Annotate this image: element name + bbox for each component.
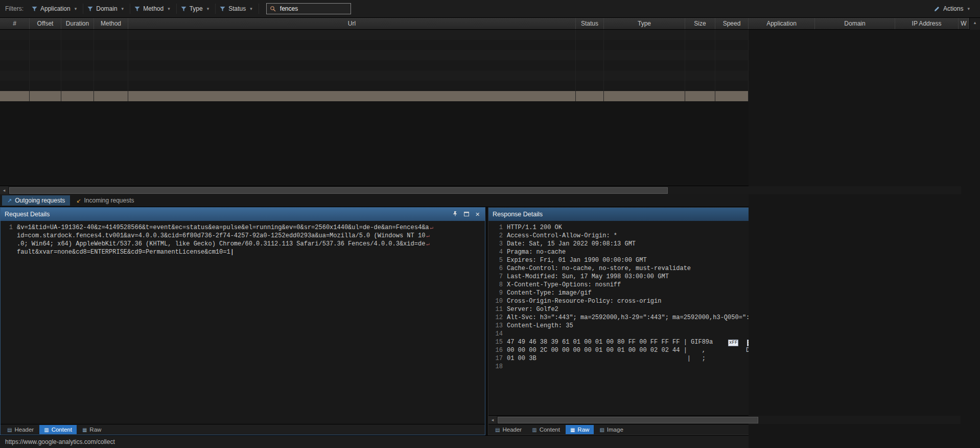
chevron-down-icon: ▾ (122, 6, 124, 11)
tab-label: Raw (577, 427, 589, 433)
scroll-up-icon[interactable]: ▴ (974, 20, 976, 25)
response-text-segment: 47 49 46 38 39 61 01 00 01 00 80 FF 00 F… (507, 339, 728, 346)
raw-tab-icon: ▦ (82, 427, 87, 433)
request-tab-content[interactable]: ▥Content (39, 425, 77, 434)
table-header-row: #OffsetDurationMethodUrlStatusTypeSizeSp… (0, 18, 969, 30)
request-tab-raw[interactable]: ▦Raw (78, 425, 106, 434)
header-tab-icon: ▤ (495, 427, 500, 433)
response-tab-header[interactable]: ▤Header (491, 425, 526, 434)
column-header-w[interactable]: W (959, 18, 969, 29)
actions-button[interactable]: Actions ▾ (929, 4, 975, 14)
column-header-duration[interactable]: Duration (61, 18, 94, 29)
table-row[interactable]: 27348,3940,112GEThttps://www.stardock.co… (0, 50, 969, 60)
filter-method[interactable]: Method▾ (130, 4, 177, 14)
line-number: 12 (488, 313, 507, 322)
tab-label: Outgoing requests (15, 197, 65, 204)
request-content[interactable]: 1&v=1&tid=UA-191362-40&z=4149528566&t=ev… (1, 221, 485, 424)
response-text: Pragma: no-cache (507, 248, 566, 256)
scrollbar-track[interactable] (8, 186, 961, 194)
close-icon[interactable]: ✕ (474, 211, 481, 218)
status-url: https://www.google-analytics.com/collect (5, 438, 115, 445)
column-header-url[interactable]: Url (128, 18, 576, 29)
request-details-titlebar: Request Details ✕ (1, 208, 485, 221)
column-header-method[interactable]: Method (94, 18, 128, 29)
chevron-down-icon: ▾ (250, 6, 252, 11)
tab-incoming-requests[interactable]: ↙ Incoming requests (71, 195, 139, 206)
line-wrap-icon: ↵ (426, 240, 430, 248)
response-text-segment: Date: Sat, 15 Jan 2022 09:08:13 GMT (507, 240, 636, 248)
table-row[interactable]: 26348,2710,120GEThttps://www.stardock.co… (0, 40, 969, 50)
response-text-segment: Access-Control-Allow-Origin: * (507, 232, 617, 239)
chevron-down-icon: ▾ (207, 6, 209, 11)
column-header-application[interactable]: Application (749, 18, 815, 29)
filter-label: Application (40, 5, 71, 12)
search-box[interactable] (266, 3, 351, 14)
line-number: 9 (488, 289, 507, 297)
line-number: 7 (488, 273, 507, 281)
filter-label: Status (228, 5, 246, 12)
column-header-domain[interactable]: Domain (815, 18, 895, 29)
column-header-offset[interactable]: Offset (30, 18, 61, 29)
filter-bar: Filters: Application▾Domain▾Method▾Type▾… (0, 0, 980, 18)
response-text: 00 00 00 2C 00 00 00 00 01 00 01 00 00 0… (507, 346, 750, 354)
filter-icon (87, 6, 93, 12)
request-tab-header[interactable]: ▤Header (3, 425, 38, 434)
table-horizontal-scrollbar[interactable]: ◂ ▸ (0, 186, 969, 194)
http-debugger-window: Filters: Application▾Domain▾Method▾Type▾… (0, 0, 980, 448)
actions-label: Actions (943, 5, 963, 12)
response-text: Cross-Origin-Resource-Policy: cross-orig… (507, 297, 661, 305)
column-header-size[interactable]: Size (685, 18, 715, 29)
request-text: id=com.stardock.fences4.tv001&av=4.0.0.3… (17, 232, 425, 240)
column-header-speed[interactable]: Speed (715, 18, 749, 29)
filter-domain[interactable]: Domain▾ (83, 4, 130, 14)
search-input[interactable] (279, 5, 344, 13)
response-tab-image[interactable]: ▧Image (595, 425, 627, 434)
line-number: 2 (488, 232, 507, 240)
tab-label: Raw (89, 427, 101, 433)
response-text-segment: 00 00 00 2C 00 00 00 00 01 00 01 00 00 0… (507, 347, 750, 354)
response-text: Expires: Fri, 01 Jan 1990 00:00:00 GMT (507, 256, 647, 264)
response-tab-content[interactable]: ▥Content (527, 425, 565, 434)
tab-label: Header (14, 427, 34, 433)
line-number: 8 (488, 281, 507, 289)
filter-status[interactable]: Status▾ (216, 4, 259, 14)
line-number (1, 240, 17, 248)
column-header-status[interactable]: Status (576, 18, 604, 29)
response-horizontal-scrollbar[interactable]: ◂ ▸ (488, 415, 969, 424)
tab-label: Header (502, 427, 522, 433)
maximize-icon[interactable] (463, 211, 470, 217)
filter-application[interactable]: Application▾ (28, 4, 83, 14)
requests-table: #OffsetDurationMethodUrlStatusTypeSizeSp… (0, 18, 969, 194)
filter-label: Method (143, 5, 164, 12)
line-number: 17 (488, 354, 507, 363)
pin-icon[interactable] (452, 211, 458, 217)
scrollbar-track[interactable] (497, 416, 961, 424)
table-row[interactable]: 217528,6360,111GEThttps://www.stardock.c… (0, 71, 969, 81)
line-wrap-icon: ↵ (430, 223, 434, 232)
filter-icon (32, 6, 37, 12)
column-header-type[interactable]: Type (604, 18, 685, 29)
line-number: 5 (488, 256, 507, 264)
response-tab-raw[interactable]: ▦Raw (566, 425, 594, 434)
table-row[interactable]: 216528,0610,120GEThttp://www.stardock.co… (0, 60, 969, 71)
response-text-segment: HTTP/1.1 200 OK (507, 224, 562, 231)
response-text: Content-Length: 35 (507, 322, 573, 330)
request-details-panel: Request Details ✕ 1&v=1&tid=UA-191362-40… (0, 207, 485, 435)
column-header-ipaddress[interactable]: IP Address (895, 18, 959, 29)
filter-type[interactable]: Type▾ (177, 4, 216, 14)
column-header-#[interactable]: # (0, 18, 30, 29)
table-row[interactable]: 219529,4950,023POSThttps://www.google-an… (0, 91, 969, 101)
request-text: .0; Win64; x64) AppleWebKit/537.36 (KHTM… (17, 240, 425, 248)
response-text: Last-Modified: Sun, 17 May 1998 03:00:00… (507, 273, 669, 281)
scroll-left-icon[interactable]: ◂ (0, 186, 8, 194)
chevron-down-icon: ▾ (75, 6, 77, 11)
line-number: 3 (488, 240, 507, 248)
table-row[interactable]: 218528,7480,110GEThttps://www.stardock.c… (0, 81, 969, 91)
tab-label: Incoming requests (84, 197, 134, 204)
scroll-left-icon[interactable]: ◂ (488, 416, 497, 424)
tab-outgoing-requests[interactable]: ↗ Outgoing requests (2, 195, 70, 206)
scrollbar-thumb[interactable] (498, 417, 758, 423)
scrollbar-thumb[interactable] (9, 187, 668, 194)
table-row[interactable]: 25347,4370,126GEThttp://www.stardock.com… (0, 30, 969, 40)
raw-tab-icon: ▦ (570, 427, 575, 433)
